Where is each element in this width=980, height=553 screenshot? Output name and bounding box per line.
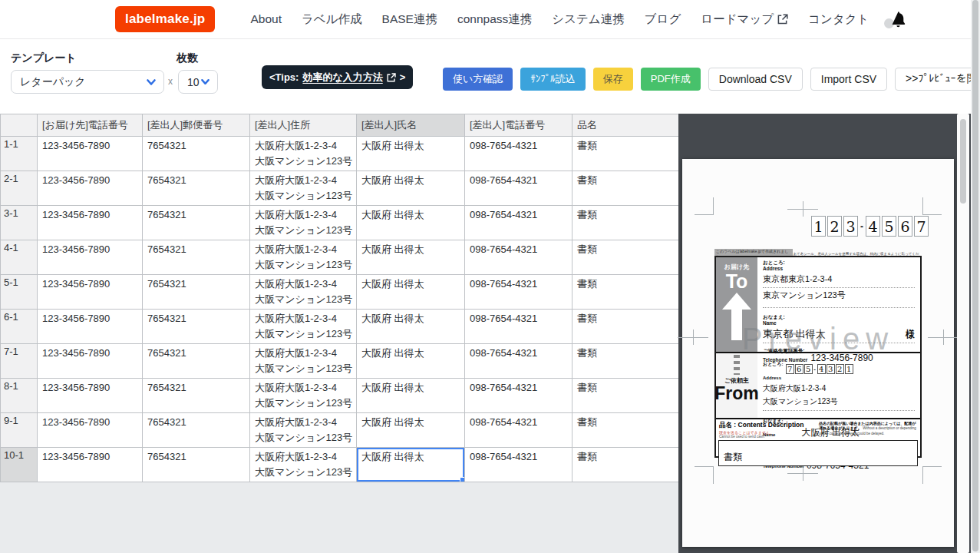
cell-name[interactable]: 大阪府 出得太	[357, 137, 465, 171]
cell-addr[interactable]: 大阪府大阪1-2-3-4大阪マンション123号	[250, 448, 357, 482]
row-header[interactable]: 10-1	[1, 448, 38, 482]
nav-item-roadmap[interactable]: ロードマップ	[701, 12, 788, 28]
cell-zip[interactable]: 7654321	[143, 275, 250, 310]
count-select[interactable]: 10	[178, 70, 218, 94]
cell-zip[interactable]: 7654321	[143, 379, 250, 413]
cell-phone[interactable]: 123-3456-7890	[38, 275, 143, 310]
notification-bell[interactable]	[884, 8, 907, 30]
column-header[interactable]: [差出人]住所	[250, 114, 357, 137]
cell-item[interactable]: 書類	[572, 206, 679, 240]
logo[interactable]: labelmake.jp	[115, 6, 215, 32]
tips-button[interactable]: <Tips: 効率的な入力方法 >	[262, 65, 413, 89]
cell-zip[interactable]: 7654321	[143, 344, 250, 379]
row-header[interactable]: 7-1	[1, 344, 38, 379]
cell-item[interactable]: 書類	[572, 171, 679, 206]
cell-phone2[interactable]: 098-7654-4321	[465, 379, 572, 413]
preview-scrollbar-thumb[interactable]	[960, 119, 966, 204]
cell-name[interactable]: 大阪府 出得太	[357, 206, 465, 240]
cell-phone2[interactable]: 098-7654-4321	[465, 310, 572, 344]
row-header[interactable]: 1-1	[1, 137, 38, 171]
cell-phone[interactable]: 123-3456-7890	[38, 310, 143, 344]
cell-phone2[interactable]: 098-7654-4321	[465, 206, 572, 240]
cell-name[interactable]: 大阪府 出得太	[357, 448, 465, 482]
howto-button[interactable]: 使い方確認	[443, 68, 513, 91]
row-header[interactable]: 5-1	[1, 275, 38, 310]
cell-zip[interactable]: 7654321	[143, 206, 250, 240]
cell-item[interactable]: 書類	[572, 344, 679, 379]
close-preview-button[interactable]: >>ﾌﾟﾚﾋﾞｭｰを閉じる	[895, 68, 980, 91]
cell-phone2[interactable]: 098-7654-4321	[465, 448, 572, 482]
nav-item-blog[interactable]: ブログ	[645, 12, 681, 28]
cell-name[interactable]: 大阪府 出得太	[357, 344, 465, 379]
cell-phone[interactable]: 123-3456-7890	[38, 448, 143, 482]
cell-addr[interactable]: 大阪府大阪1-2-3-4大阪マンション123号	[250, 240, 357, 275]
nav-item-contact[interactable]: コンタクト	[808, 12, 869, 28]
cell-item[interactable]: 書類	[572, 413, 679, 448]
cell-phone2[interactable]: 098-7654-4321	[465, 275, 572, 310]
window-scrollbar[interactable]	[971, 0, 980, 553]
cell-zip[interactable]: 7654321	[143, 448, 250, 482]
cell-addr[interactable]: 大阪府大阪1-2-3-4大阪マンション123号	[250, 379, 357, 413]
row-header[interactable]: 2-1	[1, 171, 38, 206]
cell-phone[interactable]: 123-3456-7890	[38, 171, 143, 206]
column-header[interactable]: [差出人]氏名	[357, 114, 465, 137]
cell-zip[interactable]: 7654321	[143, 310, 250, 344]
cell-addr[interactable]: 大阪府大阪1-2-3-4大阪マンション123号	[250, 310, 357, 344]
cell-addr[interactable]: 大阪府大阪1-2-3-4大阪マンション123号	[250, 137, 357, 171]
row-header[interactable]: 6-1	[1, 310, 38, 344]
create-pdf-button[interactable]: PDF作成	[641, 68, 701, 91]
cell-zip[interactable]: 7654321	[143, 171, 250, 206]
cell-addr[interactable]: 大阪府大阪1-2-3-4大阪マンション123号	[250, 344, 357, 379]
cell-phone2[interactable]: 098-7654-4321	[465, 137, 572, 171]
cell-name[interactable]: 大阪府 出得太	[357, 379, 465, 413]
cell-phone[interactable]: 123-3456-7890	[38, 240, 143, 275]
cell-phone[interactable]: 123-3456-7890	[38, 137, 143, 171]
cell-item[interactable]: 書類	[572, 275, 679, 310]
cell-addr[interactable]: 大阪府大阪1-2-3-4大阪マンション123号	[250, 275, 357, 310]
cell-phone2[interactable]: 098-7654-4321	[465, 171, 572, 206]
column-header[interactable]: [お届け先]電話番号	[38, 114, 143, 137]
cell-addr[interactable]: 大阪府大阪1-2-3-4大阪マンション123号	[250, 206, 357, 240]
cell-phone[interactable]: 123-3456-7890	[38, 413, 143, 448]
download-csv-button[interactable]: Download CSV	[708, 68, 803, 91]
cell-zip[interactable]: 7654321	[143, 137, 250, 171]
save-button[interactable]: 保存	[593, 68, 633, 91]
cell-zip[interactable]: 7654321	[143, 240, 250, 275]
column-header[interactable]: 品名	[572, 114, 679, 137]
preview-scrollbar[interactable]	[957, 114, 969, 553]
cell-phone2[interactable]: 098-7654-4321	[465, 240, 572, 275]
cell-name[interactable]: 大阪府 出得太	[357, 310, 465, 344]
row-header[interactable]: 3-1	[1, 206, 38, 240]
cell-phone[interactable]: 123-3456-7890	[38, 206, 143, 240]
nav-item-base[interactable]: BASE連携	[382, 12, 437, 28]
template-select[interactable]: レターパック	[11, 70, 164, 94]
cell-item[interactable]: 書類	[572, 137, 679, 171]
import-csv-button[interactable]: Import CSV	[810, 68, 887, 91]
cell-name[interactable]: 大阪府 出得太	[357, 413, 465, 448]
row-header[interactable]: 4-1	[1, 240, 38, 275]
cell-name[interactable]: 大阪府 出得太	[357, 171, 465, 206]
cell-item[interactable]: 書類	[572, 379, 679, 413]
row-header[interactable]: 9-1	[1, 413, 38, 448]
cell-addr[interactable]: 大阪府大阪1-2-3-4大阪マンション123号	[250, 171, 357, 206]
cell-name[interactable]: 大阪府 出得太	[357, 240, 465, 275]
nav-item-connpass[interactable]: connpass連携	[457, 12, 532, 28]
cell-phone[interactable]: 123-3456-7890	[38, 344, 143, 379]
column-header[interactable]: [差出人]電話番号	[465, 114, 572, 137]
cell-phone2[interactable]: 098-7654-4321	[465, 344, 572, 379]
cell-zip[interactable]: 7654321	[143, 413, 250, 448]
cell-item[interactable]: 書類	[572, 448, 679, 482]
row-header[interactable]: 8-1	[1, 379, 38, 413]
column-header[interactable]: [差出人]郵便番号	[143, 114, 250, 137]
cell-addr[interactable]: 大阪府大阪1-2-3-4大阪マンション123号	[250, 413, 357, 448]
nav-item-system[interactable]: システム連携	[552, 12, 624, 28]
nav-item-about[interactable]: About	[250, 12, 282, 26]
nav-item-label-create[interactable]: ラベル作成	[302, 12, 362, 28]
table-corner-cell[interactable]	[1, 114, 38, 137]
cell-name[interactable]: 大阪府 出得太	[357, 275, 465, 310]
window-scrollbar-thumb[interactable]	[972, 0, 978, 551]
cell-phone2[interactable]: 098-7654-4321	[465, 413, 572, 448]
cell-item[interactable]: 書類	[572, 310, 679, 344]
cell-item[interactable]: 書類	[572, 240, 679, 275]
cell-phone[interactable]: 123-3456-7890	[38, 379, 143, 413]
